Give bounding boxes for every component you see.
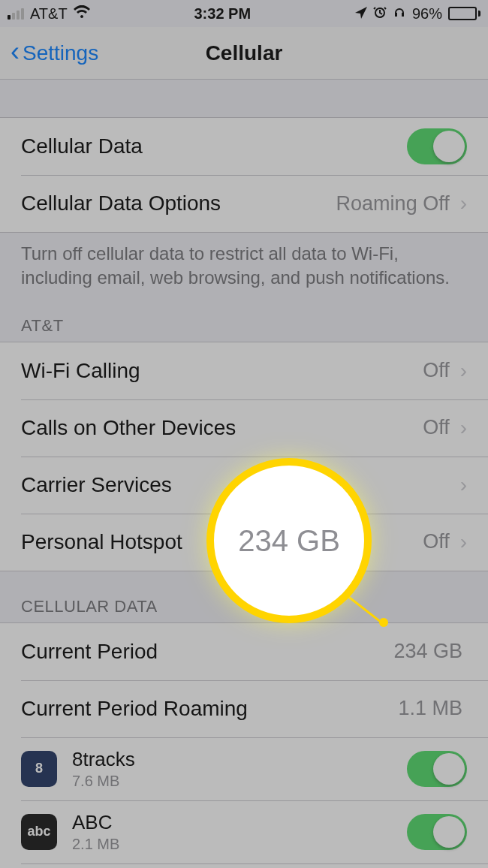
battery-pct: 96% xyxy=(412,5,442,23)
spacer xyxy=(0,80,488,117)
back-button[interactable]: ‹ Settings xyxy=(11,41,98,65)
status-left: AT&T xyxy=(8,5,90,23)
roaming-value: 1.1 MB xyxy=(398,697,462,720)
screen: AT&T 3:32 PM 96% ‹ Setti xyxy=(0,0,488,868)
row-current-period: Current Period 234 GB xyxy=(0,623,488,680)
row-cellular-options[interactable]: Cellular Data Options Roaming Off › xyxy=(0,175,488,232)
chevron-right-icon: › xyxy=(460,530,467,554)
app-name: ABC xyxy=(72,811,407,834)
row-app-abc[interactable]: abc ABC 2.1 MB xyxy=(0,800,488,863)
status-right: 96% xyxy=(355,5,480,23)
wifi-icon xyxy=(74,5,90,23)
group-usage: Current Period 234 GB Current Period Roa… xyxy=(0,622,488,868)
cellular-footer: Turn off cellular data to restrict all d… xyxy=(0,233,488,291)
back-label: Settings xyxy=(23,41,98,65)
app-icon-abc: abc xyxy=(21,814,57,850)
headphones-icon xyxy=(393,5,406,23)
att-header: AT&T xyxy=(0,291,488,342)
app-size: 2.1 MB xyxy=(72,836,407,853)
app-toggle[interactable] xyxy=(407,751,467,787)
wifi-calling-label: Wi-Fi Calling xyxy=(21,359,423,383)
alarm-icon xyxy=(373,5,387,23)
current-period-value: 234 GB xyxy=(393,640,462,663)
chevron-right-icon: › xyxy=(460,359,467,383)
carrier-label: AT&T xyxy=(30,5,68,23)
cellular-data-label: Cellular Data xyxy=(21,134,407,158)
app-size: 7.6 MB xyxy=(72,773,407,790)
battery-icon xyxy=(448,7,480,20)
row-app-acorns[interactable]: Acorns xyxy=(0,863,488,868)
row-current-roaming: Current Period Roaming 1.1 MB xyxy=(0,680,488,737)
app-toggle[interactable] xyxy=(407,814,467,850)
clock: 3:32 PM xyxy=(194,5,252,23)
wifi-calling-detail: Off xyxy=(423,359,450,382)
hotspot-detail: Off xyxy=(423,530,450,553)
calls-other-label: Calls on Other Devices xyxy=(21,416,423,440)
app-icon-8tracks: 8 xyxy=(21,751,57,787)
chevron-right-icon: › xyxy=(460,473,467,497)
status-bar: AT&T 3:32 PM 96% xyxy=(0,0,488,27)
roaming-label: Current Period Roaming xyxy=(21,697,398,721)
nav-bar: ‹ Settings Cellular xyxy=(0,27,488,80)
calls-other-detail: Off xyxy=(423,416,450,439)
current-period-label: Current Period xyxy=(21,640,393,664)
cellular-options-detail: Roaming Off xyxy=(336,192,450,215)
row-cellular-data[interactable]: Cellular Data xyxy=(0,118,488,175)
app-name: 8tracks xyxy=(72,748,407,771)
callout-text: 234 GB xyxy=(238,524,340,558)
cellular-data-toggle[interactable] xyxy=(407,128,467,164)
callout-circle: 234 GB xyxy=(206,458,372,623)
signal-icon xyxy=(8,8,24,20)
chevron-right-icon: › xyxy=(460,191,467,215)
chevron-left-icon: ‹ xyxy=(11,38,20,65)
row-wifi-calling[interactable]: Wi-Fi Calling Off › xyxy=(0,342,488,399)
cellular-options-label: Cellular Data Options xyxy=(21,191,336,215)
chevron-right-icon: › xyxy=(460,416,467,440)
row-app-8tracks[interactable]: 8 8tracks 7.6 MB xyxy=(0,737,488,800)
location-icon xyxy=(355,5,367,23)
callout-dot xyxy=(379,618,388,627)
group-cellular: Cellular Data Cellular Data Options Roam… xyxy=(0,117,488,233)
row-calls-other[interactable]: Calls on Other Devices Off › xyxy=(0,399,488,457)
